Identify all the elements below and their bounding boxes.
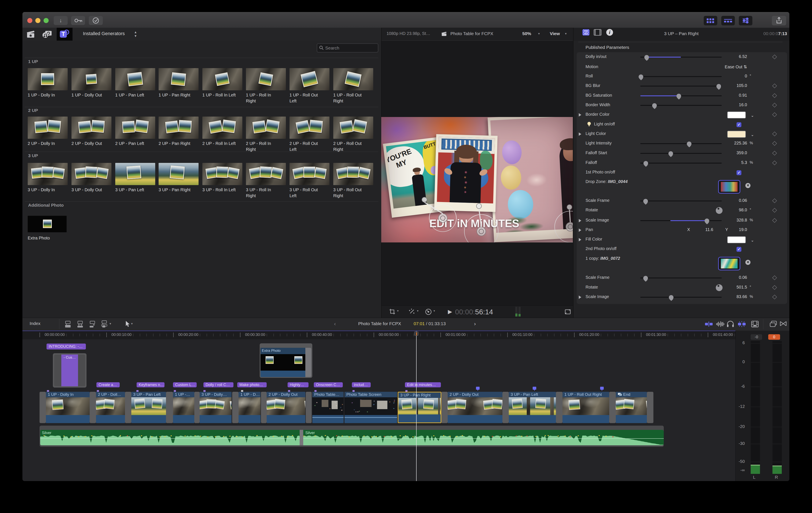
svg-text:2: 2 — [585, 31, 587, 34]
svg-text:T: T — [61, 31, 65, 37]
